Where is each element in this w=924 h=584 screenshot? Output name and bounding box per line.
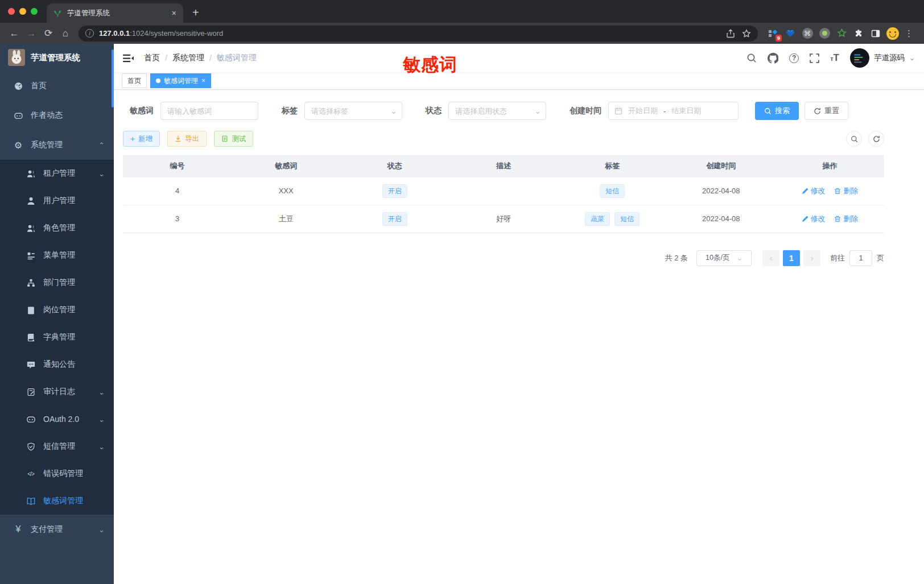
add-button[interactable]: + 新增	[123, 131, 160, 147]
split-view-icon[interactable]	[868, 26, 883, 41]
search-icon[interactable]	[746, 53, 757, 63]
breadcrumb-home[interactable]: 首页	[144, 53, 160, 63]
help-icon[interactable]: ?	[789, 53, 799, 63]
logo-rabbit-avatar	[8, 49, 25, 66]
app-title: 芋道管理系统	[31, 52, 80, 63]
bookmark-star-icon[interactable]	[739, 26, 754, 41]
app-logo[interactable]: 芋道管理系统	[0, 44, 114, 71]
extension-diamond-icon[interactable]: 9	[766, 26, 781, 41]
pencil-icon	[802, 188, 808, 194]
tag-label: 标签	[282, 106, 298, 116]
reset-button[interactable]: 重置	[805, 102, 848, 120]
sidebar-item-home[interactable]: 首页	[0, 71, 114, 101]
tag-select[interactable]	[304, 102, 402, 120]
test-button[interactable]: 测试	[214, 131, 253, 147]
collapse-sidebar-icon[interactable]	[123, 53, 134, 64]
address-bar[interactable]: i 127.0.0.1 :1024/system/sensitive-word	[79, 26, 758, 42]
sidebar-item-role-management[interactable]: 角色管理	[0, 214, 114, 242]
profile-avatar-emoji[interactable]	[885, 26, 900, 41]
sidebar-item-oauth[interactable]: OAuth 2.0 ⌄	[0, 405, 114, 433]
sidebar-item-error-code-management[interactable]: </> 错误码管理	[0, 460, 114, 487]
back-icon[interactable]: ←	[6, 25, 23, 42]
sidebar-item-author-news[interactable]: 作者动态	[0, 101, 114, 130]
sidebar-item-dict-management[interactable]: 字典管理	[0, 324, 114, 351]
keyword-label: 敏感词	[130, 106, 154, 116]
extension-gem-icon[interactable]	[783, 26, 798, 41]
cell-id: 4	[123, 177, 232, 205]
current-page[interactable]: 1	[783, 250, 800, 266]
status-select[interactable]	[448, 102, 546, 120]
chevron-down-icon: ⌄	[98, 525, 105, 534]
breadcrumb-system[interactable]: 系统管理	[172, 53, 204, 63]
page-size-select[interactable]: 10条/页 ⌄	[696, 250, 752, 266]
user-menu[interactable]: 芋道源码 ⌄	[850, 48, 915, 68]
sidebar-item-payment-management[interactable]: ¥ 支付管理 ⌄	[0, 515, 114, 544]
close-window-button[interactable]	[8, 8, 15, 15]
id-badge-icon	[26, 306, 35, 314]
tab-close-icon[interactable]: ×	[172, 9, 176, 18]
new-tab-button[interactable]: +	[192, 6, 199, 19]
show-search-icon[interactable]	[846, 131, 862, 147]
github-icon[interactable]	[768, 53, 778, 64]
edit-link[interactable]: 修改	[802, 214, 826, 224]
cell-created: 2022-04-08	[667, 177, 776, 205]
share-icon[interactable]	[723, 26, 739, 41]
tab-home[interactable]: 首页	[122, 73, 147, 88]
shield-check-icon	[26, 442, 35, 451]
sidebar-item-sensitive-word-management[interactable]: 敏感词管理	[0, 487, 114, 515]
close-icon[interactable]: ×	[201, 77, 205, 85]
delete-link[interactable]: 删除	[834, 186, 858, 196]
sidebar-item-notice-management[interactable]: 通知公告	[0, 351, 114, 378]
search-button[interactable]: 搜索	[755, 102, 799, 120]
main-area: 敏感词 首页 / 系统管理 / 敏感词管理 ? тT	[114, 44, 924, 584]
sidebar-item-sms-management[interactable]: 短信管理 ⌄	[0, 433, 114, 460]
extension-command-icon[interactable]: ⌘	[800, 26, 815, 41]
browser-tabstrip: 芋道管理系统 × +	[0, 0, 924, 23]
site-info-icon[interactable]: i	[85, 29, 94, 38]
forward-icon[interactable]: →	[23, 25, 40, 42]
extension-record-icon[interactable]	[817, 26, 832, 41]
delete-link[interactable]: 删除	[834, 214, 858, 224]
col-created: 创建时间	[667, 155, 776, 177]
tree-list-icon	[26, 251, 35, 260]
sidebar-item-label: 错误码管理	[43, 469, 83, 479]
url-path: :1024/system/sensitive-word	[130, 29, 723, 38]
col-status: 状态	[340, 155, 449, 177]
sidebar-item-audit-log[interactable]: 审计日志 ⌄	[0, 378, 114, 405]
filter-tag: 标签 ⌄	[275, 102, 402, 120]
cell-status: 开启	[340, 177, 449, 205]
extensions-puzzle-icon[interactable]	[851, 26, 866, 41]
caret-down-icon: ⌄	[736, 254, 742, 262]
page-content: 敏感词 标签 ⌄ 状态 ⌄	[114, 90, 924, 584]
refresh-icon[interactable]	[868, 131, 884, 147]
users-icon	[26, 224, 35, 233]
prev-page-button[interactable]: ‹	[762, 250, 779, 266]
fullscreen-icon[interactable]	[810, 53, 819, 63]
users-icon	[26, 169, 35, 178]
date-range-picker[interactable]: 开始日期 - 结束日期	[608, 102, 739, 120]
reload-icon[interactable]: ⟳	[40, 25, 57, 42]
goto-page-input[interactable]	[849, 250, 872, 266]
sidebar-item-menu-management[interactable]: 菜单管理	[0, 242, 114, 269]
edit-link[interactable]: 修改	[802, 186, 826, 196]
browser-tab[interactable]: 芋道管理系统 ×	[47, 3, 183, 23]
calendar-icon	[614, 107, 622, 115]
user-icon	[26, 197, 35, 205]
home-icon[interactable]: ⌂	[57, 25, 74, 42]
trash-icon	[834, 216, 841, 222]
tab-sensitive-word[interactable]: 敏感词管理 ×	[150, 73, 211, 88]
font-size-icon[interactable]: тT	[830, 52, 839, 64]
sidebar-item-system-management[interactable]: ⚙ 系统管理 ⌃	[0, 130, 114, 160]
sidebar-item-tenant-management[interactable]: 租户管理 ⌄	[0, 160, 114, 187]
export-button[interactable]: 导出	[167, 131, 207, 147]
col-tags: 标签	[558, 155, 667, 177]
extension-star-icon[interactable]	[834, 26, 849, 41]
minimize-window-button[interactable]	[19, 8, 26, 15]
browser-menu-icon[interactable]: ⋮	[900, 28, 918, 39]
next-page-button[interactable]: ›	[803, 250, 820, 266]
sidebar-item-post-management[interactable]: 岗位管理	[0, 296, 114, 324]
zoom-window-button[interactable]	[31, 8, 38, 15]
keyword-input[interactable]	[160, 102, 258, 120]
sidebar-item-user-management[interactable]: 用户管理	[0, 187, 114, 214]
sidebar-item-department-management[interactable]: 部门管理	[0, 269, 114, 296]
